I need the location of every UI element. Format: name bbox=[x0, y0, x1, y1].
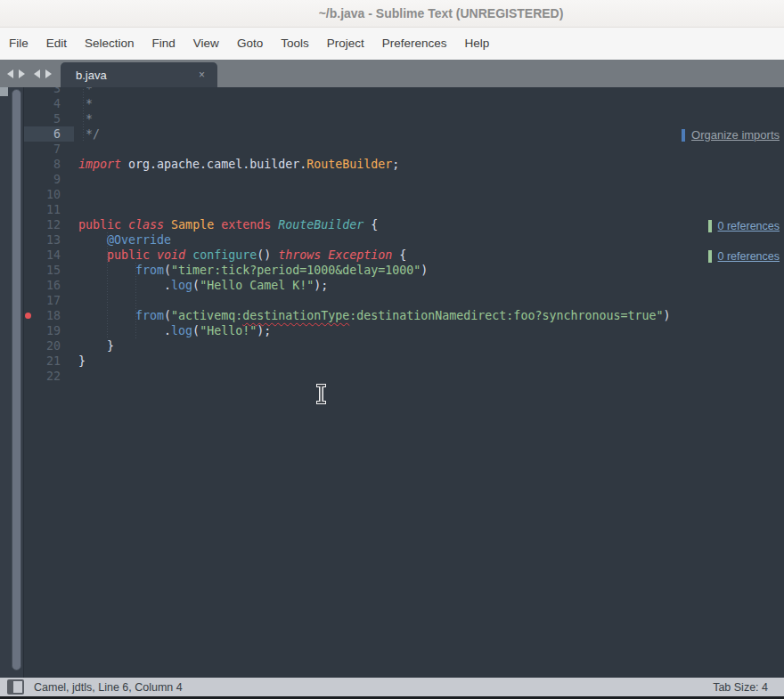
code-line[interactable]: 20 } bbox=[24, 338, 784, 354]
code-line[interactable]: 10 bbox=[24, 187, 784, 202]
tab-b-java[interactable]: b.java × bbox=[61, 62, 217, 87]
title-bar[interactable]: ~/b.java - Sublime Text (UNREGISTERED) bbox=[0, 0, 784, 28]
vertical-scrollbar[interactable] bbox=[12, 89, 21, 671]
code-line[interactable]: 19 .log("Hello!"); bbox=[24, 323, 784, 338]
menu-help[interactable]: Help bbox=[456, 28, 499, 60]
annotation-link[interactable]: 0 references bbox=[718, 220, 780, 232]
code-text: public void configure() throws Exception… bbox=[78, 248, 406, 263]
status-bar: Camel, jdtls, Line 6, Column 4 Tab Size:… bbox=[0, 678, 784, 696]
menu-project[interactable]: Project bbox=[318, 28, 373, 60]
code-line[interactable]: 9 bbox=[24, 172, 784, 187]
tab-bar: b.java × bbox=[0, 60, 784, 87]
code-text: @Override bbox=[78, 232, 171, 248]
code-line[interactable]: 15 from("timer:tick?period=1000&delay=10… bbox=[24, 263, 784, 278]
menu-view[interactable]: View bbox=[184, 28, 228, 60]
tab-close-icon[interactable]: × bbox=[199, 69, 205, 81]
organize-imports-action[interactable]: Organize imports bbox=[682, 127, 780, 142]
code-line[interactable]: 8import org.apache.camel.builder.RouteBu… bbox=[24, 157, 784, 172]
annotation-bar bbox=[708, 250, 712, 263]
code-text: } bbox=[78, 338, 114, 354]
editor-area[interactable]: 3 *4 *5 *6 */78import org.apache.camel.b… bbox=[0, 87, 784, 678]
line-number: 21 bbox=[24, 354, 74, 369]
code-line[interactable]: 11 bbox=[24, 202, 784, 217]
menu-goto[interactable]: Goto bbox=[228, 28, 272, 60]
line-number: 12 bbox=[24, 217, 74, 232]
tab-label: b.java bbox=[76, 69, 199, 82]
minimap-corner bbox=[0, 87, 8, 96]
code-line[interactable]: 14 public void configure() throws Except… bbox=[24, 248, 784, 263]
error-marker-dot bbox=[25, 313, 31, 319]
line-number: 3 bbox=[24, 87, 74, 96]
code-text: } bbox=[78, 354, 86, 369]
menu-tools[interactable]: Tools bbox=[272, 28, 318, 60]
menu-preferences[interactable]: Preferences bbox=[373, 28, 456, 60]
code-text: .log("Hello Camel K!"); bbox=[78, 278, 328, 293]
code-line[interactable]: 18 from("activemq:destinationType:destin… bbox=[24, 308, 784, 323]
line-number: 20 bbox=[24, 338, 74, 354]
code-text: public class Sample extends RouteBuilder… bbox=[78, 217, 378, 232]
annotation-link[interactable]: 0 references bbox=[718, 250, 780, 263]
line-number: 15 bbox=[24, 263, 74, 278]
code-text: import org.apache.camel.builder.RouteBui… bbox=[78, 157, 399, 172]
code-text: * bbox=[78, 111, 93, 126]
code-line[interactable]: 12public class Sample extends RouteBuild… bbox=[24, 217, 784, 232]
code-line[interactable]: 6 */ bbox=[24, 126, 784, 142]
line-number: 16 bbox=[24, 278, 74, 293]
code-line[interactable]: 3 * bbox=[24, 87, 784, 96]
line-number: 9 bbox=[24, 172, 74, 187]
line-number: 5 bbox=[24, 111, 74, 126]
menu-bar: FileEditSelectionFindViewGotoToolsProjec… bbox=[0, 28, 784, 60]
line-number: 17 bbox=[24, 293, 74, 308]
line-number: 19 bbox=[24, 323, 74, 338]
references-annotation[interactable]: 0 references bbox=[708, 248, 780, 264]
sidebar-toggle-icon[interactable] bbox=[7, 679, 24, 695]
code-line[interactable]: 21} bbox=[24, 354, 784, 369]
line-number: 10 bbox=[24, 187, 74, 202]
line-number: 6 bbox=[24, 126, 74, 142]
sublime-window: ~/b.java - Sublime Text (UNREGISTERED) F… bbox=[0, 0, 784, 699]
code-line[interactable]: 22 bbox=[24, 369, 784, 384]
code-line[interactable]: 7 bbox=[24, 142, 784, 157]
line-number: 14 bbox=[24, 248, 74, 263]
left-gutter-panel bbox=[0, 87, 24, 678]
annotation-link[interactable]: Organize imports bbox=[691, 128, 780, 142]
references-annotation[interactable]: 0 references bbox=[708, 218, 780, 233]
annotation-bar bbox=[682, 129, 685, 142]
tab-scroll-left-icon[interactable] bbox=[7, 69, 13, 78]
code-text: from("timer:tick?period=1000&delay=1000"… bbox=[78, 263, 428, 278]
menu-selection[interactable]: Selection bbox=[76, 28, 143, 60]
code-line[interactable]: 17 bbox=[24, 293, 784, 308]
menu-find[interactable]: Find bbox=[143, 28, 184, 60]
line-number: 22 bbox=[24, 369, 74, 384]
menu-edit[interactable]: Edit bbox=[37, 28, 76, 60]
tab-scroll-right-icon[interactable] bbox=[19, 69, 25, 78]
tab-history-back-icon[interactable] bbox=[34, 69, 40, 78]
code-line[interactable]: 4 * bbox=[24, 96, 784, 111]
code-text: from("activemq:destinationType:destinati… bbox=[78, 308, 671, 323]
tab-history-forward-icon[interactable] bbox=[45, 69, 52, 78]
code-line[interactable]: 16 .log("Hello Camel K!"); bbox=[24, 278, 784, 293]
menu-file[interactable]: File bbox=[0, 28, 37, 60]
code-text: .log("Hello!"); bbox=[78, 323, 271, 338]
line-number: 7 bbox=[24, 142, 74, 157]
annotation-bar bbox=[708, 220, 712, 232]
code-text: * bbox=[78, 87, 93, 96]
window-title: ~/b.java - Sublime Text (UNREGISTERED) bbox=[319, 6, 564, 20]
code-line[interactable]: 13 @Override bbox=[24, 232, 784, 248]
status-text: Camel, jdtls, Line 6, Column 4 bbox=[34, 681, 183, 694]
code-text: */ bbox=[78, 126, 100, 142]
line-number: 8 bbox=[24, 157, 74, 172]
line-number: 18 bbox=[24, 308, 74, 323]
line-number: 11 bbox=[24, 202, 74, 217]
line-number: 4 bbox=[24, 96, 74, 111]
tab-size-indicator[interactable]: Tab Size: 4 bbox=[713, 681, 768, 694]
line-number: 13 bbox=[24, 232, 74, 248]
text-ibeam-cursor-icon bbox=[315, 384, 327, 404]
code-line[interactable]: 5 * bbox=[24, 111, 784, 126]
code-text: * bbox=[78, 96, 93, 111]
